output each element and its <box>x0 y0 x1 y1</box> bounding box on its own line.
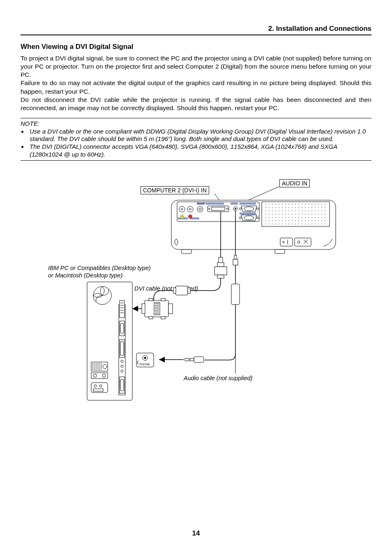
svg-point-28 <box>275 207 276 208</box>
note-item-2: The DVI (DIGITAL) connector accepts VGA … <box>28 143 371 159</box>
svg-point-71 <box>292 214 293 215</box>
svg-point-130 <box>298 224 299 224</box>
svg-point-76 <box>308 214 309 215</box>
svg-point-131 <box>302 224 302 224</box>
svg-rect-203 <box>194 357 204 362</box>
svg-point-36 <box>302 207 302 208</box>
svg-point-34 <box>295 207 296 208</box>
svg-rect-139 <box>280 238 293 246</box>
svg-rect-175 <box>219 257 223 263</box>
svg-marker-206 <box>159 357 165 362</box>
svg-point-57 <box>308 210 309 211</box>
svg-point-84 <box>272 217 273 218</box>
svg-point-20 <box>311 204 312 205</box>
svg-point-38 <box>308 207 309 208</box>
svg-point-60 <box>318 210 319 211</box>
svg-marker-208 <box>132 306 138 312</box>
svg-point-31 <box>285 207 286 208</box>
svg-point-56 <box>305 210 306 211</box>
panel-label-pcctrl: PC CTRL <box>197 202 206 205</box>
svg-point-49 <box>282 210 283 211</box>
svg-point-33 <box>292 207 293 208</box>
svg-rect-178 <box>217 275 224 278</box>
svg-point-50 <box>285 210 286 211</box>
svg-point-81 <box>325 214 325 215</box>
svg-point-18 <box>305 204 306 205</box>
svg-point-102 <box>269 220 270 221</box>
svg-point-120 <box>265 224 266 224</box>
svg-point-128 <box>292 224 293 224</box>
svg-point-111 <box>298 220 299 221</box>
svg-point-105 <box>279 220 279 221</box>
svg-point-7 <box>269 204 270 205</box>
note-block: NOTE: Use a DVI cable or the one complia… <box>21 118 371 161</box>
svg-point-115 <box>311 220 312 221</box>
svg-point-242 <box>144 357 146 359</box>
svg-rect-193 <box>149 298 153 301</box>
svg-point-75 <box>305 214 306 215</box>
svg-rect-204 <box>190 358 194 361</box>
svg-point-73 <box>298 214 299 215</box>
svg-point-9 <box>275 204 276 205</box>
svg-point-21 <box>315 204 316 205</box>
svg-point-42 <box>321 207 322 208</box>
svg-point-98 <box>318 217 319 218</box>
svg-point-26 <box>269 207 270 208</box>
svg-point-135 <box>315 224 316 224</box>
svg-rect-196 <box>161 316 165 319</box>
svg-point-43 <box>325 207 325 208</box>
svg-point-70 <box>288 214 289 215</box>
svg-rect-4 <box>275 249 285 254</box>
svg-point-22 <box>318 204 319 205</box>
svg-point-54 <box>298 210 299 211</box>
diagram-svg: PC CTRL <box>52 177 340 407</box>
svg-point-64 <box>269 214 270 215</box>
svg-point-109 <box>292 220 293 221</box>
svg-point-32 <box>288 207 289 208</box>
svg-point-62 <box>325 210 325 211</box>
subsection-header: When Viewing a DVI Digital Signal <box>21 43 371 51</box>
svg-point-114 <box>308 220 309 221</box>
svg-point-129 <box>295 224 296 224</box>
svg-point-138 <box>325 224 325 224</box>
svg-point-100 <box>325 217 325 218</box>
svg-point-82 <box>265 217 266 218</box>
svg-rect-177 <box>214 267 227 275</box>
svg-point-79 <box>318 214 319 215</box>
svg-point-118 <box>321 220 322 221</box>
page-number: 14 <box>0 529 392 538</box>
svg-point-94 <box>305 217 306 218</box>
svg-point-52 <box>292 210 293 211</box>
svg-point-119 <box>325 220 325 221</box>
svg-rect-150 <box>240 203 256 205</box>
svg-point-41 <box>318 207 319 208</box>
svg-point-88 <box>285 217 286 218</box>
svg-point-19 <box>308 204 309 205</box>
svg-rect-198 <box>234 255 237 259</box>
svg-point-113 <box>305 220 306 221</box>
svg-point-68 <box>282 214 283 215</box>
svg-point-47 <box>275 210 276 211</box>
svg-point-108 <box>288 220 289 221</box>
svg-rect-180 <box>173 288 176 293</box>
svg-point-37 <box>305 207 306 208</box>
projector-icon: PC CTRL <box>171 200 336 254</box>
svg-rect-191 <box>168 304 173 314</box>
svg-rect-148 <box>206 203 224 205</box>
svg-point-53 <box>295 210 296 211</box>
svg-point-172 <box>180 215 184 219</box>
svg-rect-142 <box>295 238 311 246</box>
svg-point-133 <box>308 224 309 224</box>
svg-rect-149 <box>231 203 238 205</box>
note-label: NOTE: <box>21 120 371 128</box>
svg-point-12 <box>285 204 286 205</box>
svg-point-25 <box>265 207 266 208</box>
svg-point-103 <box>272 220 273 221</box>
svg-rect-179 <box>175 286 188 295</box>
svg-point-83 <box>269 217 270 218</box>
svg-point-44 <box>265 210 266 211</box>
svg-point-16 <box>298 204 299 205</box>
svg-point-127 <box>288 224 289 224</box>
svg-point-93 <box>302 217 302 218</box>
svg-point-40 <box>315 207 316 208</box>
